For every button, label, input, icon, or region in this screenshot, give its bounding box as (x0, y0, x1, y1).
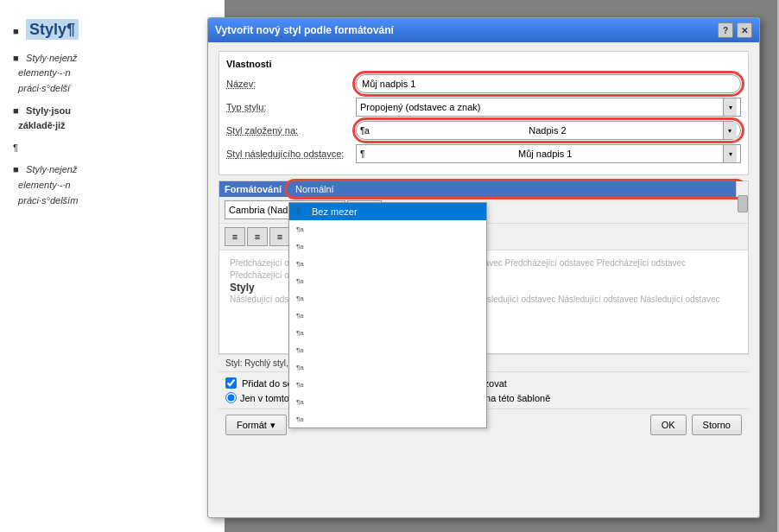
item-label: Citace (312, 414, 339, 424)
item-label: Nadpis 4 (312, 276, 349, 286)
align-left-btn[interactable]: ≡ (225, 227, 245, 246)
document-background: ■ Styly¶ ■ Styly·nejenž elementy·-·n prá… (0, 0, 225, 532)
dropdown-scrollbar[interactable] (736, 181, 748, 197)
dialog-title-bar: Vytvořit nový styl podle formátování ? ✕ (208, 18, 759, 42)
dialog-body: Vlastnosti Název: Můj nadpis 1 Typ stylu… (208, 42, 759, 517)
styl-nasledujiciho-label: Styl následujícího odstavce: (226, 149, 356, 159)
styl-nasledujiciho-arrow[interactable]: ▾ (723, 145, 737, 162)
ok-cancel-buttons: OK Storno (650, 415, 742, 435)
nazev-label: Název: (226, 79, 356, 89)
item-label: Nadpis 3 (312, 258, 349, 269)
ok-button[interactable]: OK (650, 415, 687, 435)
para-icon: ¶a (296, 260, 308, 268)
typ-stylu-dropdown[interactable]: Propojený (odstavec a znak) ▾ (356, 98, 741, 117)
styl-nasledujiciho-dropdown[interactable]: ¶ Můj nadpis 1 ▾ (356, 144, 741, 163)
doc-item-1: Styly·nejenž elementy·-·n práci·s°delší (13, 53, 77, 93)
doc-heading: Styly¶ (26, 19, 79, 40)
dropdown-item-citace[interactable]: ¶a Citace (289, 410, 486, 428)
close-button[interactable]: ✕ (737, 22, 752, 38)
item-label: Nadpis 9 (312, 362, 349, 372)
typ-stylu-row: Typ stylu: Propojený (odstavec a znak) ▾ (226, 98, 741, 117)
doc-item-3: Styly·nejenž elementy·-·n práci·s°delším (13, 164, 78, 205)
dropdown-item-nazev[interactable]: ¶a Název (289, 376, 486, 393)
format-dropdown-container: Normální ¶ Bez mezer ¶a Nadpis 1 (288, 183, 743, 195)
pridat-checkbox[interactable] (225, 377, 237, 389)
para-icon: ¶a (296, 243, 308, 250)
align-right-btn[interactable]: ≡ (269, 227, 290, 246)
item-label: Bez mezer (312, 206, 358, 217)
formatovani-label: Formátování (225, 184, 282, 194)
vlastnosti-title: Vlastnosti (226, 59, 741, 69)
nazev-input[interactable]: Můj nadpis 1 (356, 74, 741, 93)
typ-stylu-value: Propojený (odstavec a znak) (360, 102, 480, 112)
item-label: Podtitul (312, 396, 344, 407)
format-button-arrow: ▾ (270, 420, 276, 431)
styl-zalozeny-icon: ¶a (360, 126, 370, 136)
format-button[interactable]: Formát ▾ (225, 415, 287, 435)
vlastnosti-section: Vlastnosti Název: Můj nadpis 1 Typ stylu… (218, 51, 749, 175)
para-icon: ¶a (296, 225, 308, 233)
help-button[interactable]: ? (718, 22, 733, 38)
styl-zalozeny-label: Styl založený na: (226, 125, 356, 136)
storno-button[interactable]: Storno (692, 415, 742, 435)
dropdown-item-nadpis8[interactable]: ¶a Nadpis 8 (289, 341, 486, 358)
item-label: Nadpis 6 (312, 310, 349, 320)
dropdown-item-nadpis9[interactable]: ¶a Nadpis 9 (289, 358, 486, 376)
format-dropdown-wrapper: Formát ▾ (225, 415, 287, 435)
dropdown-item-podtitul[interactable]: ¶a Podtitul (289, 393, 486, 410)
format-style-dropdown[interactable]: Normální (288, 183, 743, 195)
styl-nasledujiciho-row: Styl následujícího odstavce: ¶ Můj nadpi… (226, 144, 741, 163)
para-icon: ¶ (296, 207, 308, 217)
formatovani-section: Formátování Normální ¶ Bez mezer ¶a (218, 180, 749, 354)
styl-zalozeny-row: Styl založený na: ¶a Nadpis 2 ▾ (226, 121, 741, 140)
dropdown-item-nadpis6[interactable]: ¶a Nadpis 6 (289, 307, 486, 324)
para-icon: ¶a (296, 364, 308, 371)
para-icon: ¶a (296, 415, 308, 423)
dropdown-item-nadpis4[interactable]: ¶a Nadpis 4 (289, 272, 486, 289)
dropdown-item-nadpis2[interactable]: ¶a Nadpis 2 (289, 238, 486, 255)
para-icon: ¶a (296, 329, 308, 337)
scroll-thumb (738, 195, 748, 212)
item-label: Nadpis 2 (312, 241, 349, 251)
dialog: Vytvořit nový styl podle formátování ? ✕… (207, 17, 760, 518)
para-icon: ¶a (296, 294, 308, 302)
item-label: Nadpis 1 (312, 224, 349, 234)
align-center-btn[interactable]: ≡ (247, 227, 268, 246)
typ-stylu-label: Typ stylu: (226, 102, 356, 112)
item-label: Nadpis 5 (312, 293, 349, 303)
styl-zalozeny-value: Nadpis 2 (529, 125, 566, 136)
para-icon: ¶a (296, 398, 308, 406)
item-label: Nadpis 8 (312, 345, 349, 355)
dropdown-item-nadpis3[interactable]: ¶a Nadpis 3 (289, 255, 486, 272)
para-icon: ¶a (296, 346, 308, 354)
format-header: Formátování Normální ¶ Bez mezer ¶a (219, 181, 748, 197)
para-icon: ¶a (296, 277, 308, 285)
nazev-row: Název: Můj nadpis 1 (226, 74, 741, 93)
title-bar-buttons: ? ✕ (718, 22, 752, 38)
nazev-value: Můj nadpis 1 (362, 79, 415, 89)
format-button-label: Formát (237, 420, 267, 430)
jen-tomto-radio[interactable] (225, 392, 237, 403)
dropdown-item-nadpis7[interactable]: ¶a Nadpis 7 (289, 324, 486, 341)
styl-zalozeny-dropdown[interactable]: ¶a Nadpis 2 ▾ (356, 121, 741, 140)
item-label: Nadpis 7 (312, 327, 349, 338)
styl-nasledujiciho-value: Můj nadpis 1 (518, 149, 572, 159)
styl-zalozeny-arrow[interactable]: ▾ (723, 122, 737, 139)
para-icon: ¶a (296, 312, 308, 320)
para-icon: ¶a (296, 381, 308, 389)
typ-stylu-arrow[interactable]: ▾ (723, 98, 737, 116)
style-dropdown-list: ¶ Bez mezer ¶a Nadpis 1 ¶a Nadpis 2 ¶a (288, 202, 487, 428)
dialog-title: Vytvořit nový styl podle formátování (215, 24, 394, 36)
item-label: Název (312, 379, 339, 390)
dropdown-item-nadpis1[interactable]: ¶a Nadpis 1 (289, 220, 486, 238)
doc-paragraph: ¶ (13, 142, 18, 153)
dropdown-item-nadpis5[interactable]: ¶a Nadpis 5 (289, 289, 486, 307)
dropdown-item-bez-mezer[interactable]: ¶ Bez mezer (289, 203, 486, 220)
format-style-value: Normální (295, 184, 334, 194)
styl-nasledujiciho-icon: ¶ (360, 149, 364, 159)
